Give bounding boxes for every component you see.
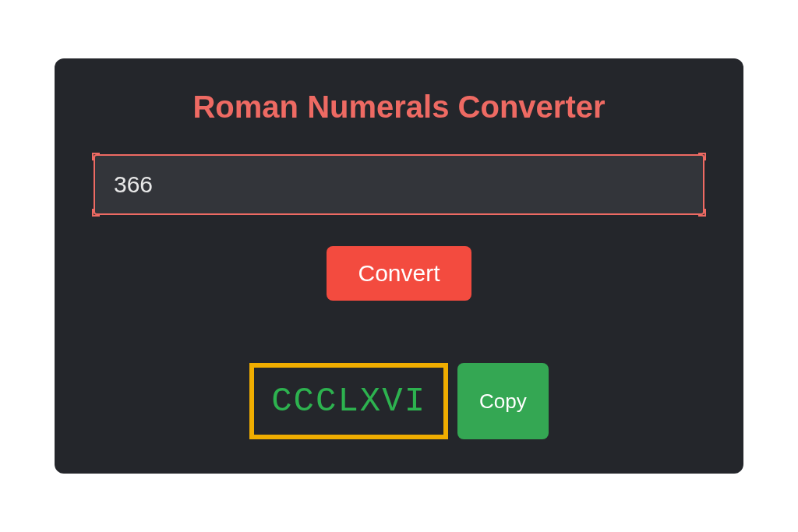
- number-input-wrap: [94, 154, 704, 215]
- result-box: CCCLXVI: [249, 363, 448, 439]
- page-title: Roman Numerals Converter: [192, 90, 605, 125]
- convert-button[interactable]: Convert: [327, 246, 471, 301]
- input-corner-decoration: [92, 209, 100, 217]
- copy-button[interactable]: Copy: [457, 363, 549, 439]
- result-row: CCCLXVI Copy: [249, 363, 549, 439]
- number-input[interactable]: [94, 154, 704, 215]
- converter-card: Roman Numerals Converter Convert CCCLXVI…: [55, 58, 743, 474]
- input-corner-decoration: [698, 153, 706, 160]
- result-text: CCCLXVI: [271, 382, 426, 421]
- input-corner-decoration: [92, 153, 100, 160]
- input-corner-decoration: [698, 209, 706, 217]
